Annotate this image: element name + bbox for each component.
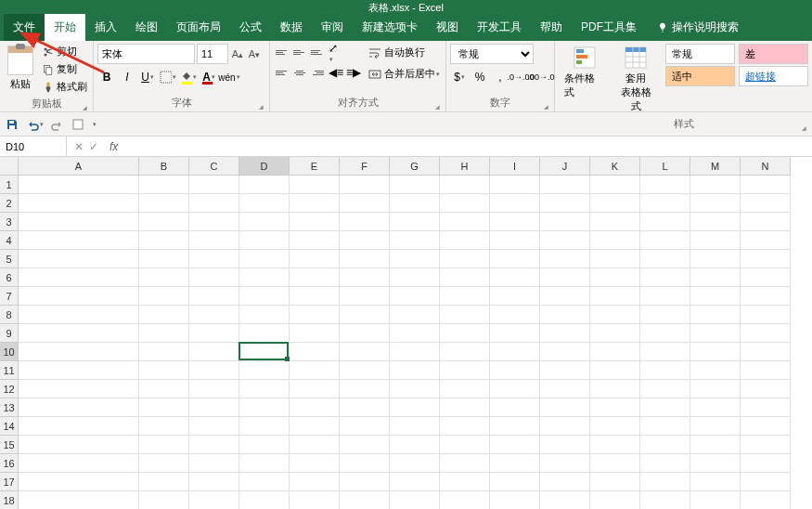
cell[interactable] (19, 231, 139, 250)
cell[interactable] (490, 343, 540, 361)
cell[interactable] (139, 250, 189, 268)
cell[interactable] (340, 231, 390, 250)
cell[interactable] (189, 491, 239, 509)
cell[interactable] (690, 417, 741, 436)
row-header[interactable]: 16 (0, 454, 19, 473)
align-bottom-button[interactable] (309, 44, 326, 60)
cell[interactable] (440, 324, 490, 343)
cell[interactable] (741, 250, 791, 268)
cell[interactable] (139, 306, 189, 324)
cell[interactable] (340, 361, 390, 380)
row-header[interactable]: 2 (0, 194, 19, 213)
cell[interactable] (239, 287, 290, 306)
cell[interactable] (741, 417, 791, 436)
cell[interactable] (690, 398, 741, 417)
cell[interactable] (640, 250, 690, 268)
cell[interactable] (690, 491, 741, 509)
align-left-button[interactable] (274, 64, 290, 81)
cell[interactable] (390, 213, 440, 231)
cell[interactable] (239, 324, 290, 343)
cell[interactable] (239, 473, 290, 491)
cell[interactable] (490, 473, 540, 491)
cell[interactable] (239, 361, 290, 380)
tab-home[interactable]: 开始 (45, 14, 85, 41)
cell[interactable] (640, 194, 690, 213)
cell[interactable] (19, 250, 139, 268)
cell[interactable] (390, 473, 440, 491)
cell[interactable] (690, 176, 741, 194)
accounting-format-button[interactable]: $▾ (450, 68, 469, 86)
cell[interactable] (540, 436, 590, 454)
underline-button[interactable]: U▾ (138, 68, 157, 86)
cell[interactable] (390, 436, 440, 454)
cell[interactable] (440, 398, 490, 417)
cell[interactable] (19, 268, 139, 287)
cell[interactable] (239, 436, 290, 454)
cell[interactable] (540, 380, 590, 398)
cell[interactable] (189, 213, 239, 231)
cell[interactable] (239, 250, 290, 268)
cell[interactable] (340, 436, 390, 454)
cell[interactable] (440, 250, 490, 268)
cell[interactable] (139, 287, 189, 306)
column-header[interactable]: L (640, 157, 690, 176)
cell[interactable] (189, 306, 239, 324)
cell[interactable] (741, 361, 791, 380)
cell[interactable] (19, 436, 139, 454)
cell[interactable] (490, 361, 540, 380)
row-header[interactable]: 1 (0, 176, 19, 194)
fx-icon[interactable]: fx (106, 140, 122, 153)
cell[interactable] (239, 213, 290, 231)
cell[interactable] (440, 194, 490, 213)
cell[interactable] (390, 287, 440, 306)
cell[interactable] (741, 380, 791, 398)
cell[interactable] (490, 306, 540, 324)
row-header[interactable]: 8 (0, 306, 19, 324)
select-all-corner[interactable] (0, 157, 19, 176)
cell[interactable] (590, 324, 640, 343)
cell[interactable] (340, 454, 390, 473)
row-header[interactable]: 13 (0, 398, 19, 417)
cell[interactable] (690, 231, 741, 250)
borders-button[interactable]: ▾ (159, 68, 177, 86)
cell[interactable] (340, 343, 390, 361)
merge-center-button[interactable]: 合并后居中▾ (367, 65, 442, 83)
tab-formulas[interactable]: 公式 (230, 14, 271, 41)
format-as-table-button[interactable]: 套用 表格格式 (611, 44, 663, 115)
fill-color-button[interactable]: ▾ (179, 68, 198, 86)
grow-font-button[interactable]: A▴ (230, 45, 245, 63)
cell[interactable] (540, 417, 590, 436)
cell[interactable] (440, 361, 490, 380)
wrap-text-button[interactable]: 自动换行 (367, 44, 442, 61)
cells-area[interactable] (19, 176, 791, 509)
cell[interactable] (290, 231, 340, 250)
cell[interactable] (540, 287, 590, 306)
orientation-button[interactable]: ⤢▾ (327, 44, 349, 60)
cell[interactable] (640, 417, 690, 436)
cell[interactable] (189, 194, 239, 213)
cell[interactable] (239, 417, 290, 436)
cell[interactable] (19, 361, 139, 380)
cell[interactable] (690, 343, 741, 361)
cell[interactable] (340, 380, 390, 398)
cell[interactable] (490, 417, 540, 436)
cell[interactable] (590, 268, 640, 287)
row-header[interactable]: 9 (0, 324, 19, 343)
tell-me-search[interactable]: 操作说明搜索 (653, 14, 742, 41)
qat-customize-button[interactable]: ▾ (92, 121, 97, 128)
cell[interactable] (239, 398, 290, 417)
cell[interactable] (590, 454, 640, 473)
cell[interactable] (741, 473, 791, 491)
cell[interactable] (490, 268, 540, 287)
cell[interactable] (290, 268, 340, 287)
cell[interactable] (690, 361, 741, 380)
cell[interactable] (640, 324, 690, 343)
cell[interactable] (19, 473, 139, 491)
cell[interactable] (139, 398, 189, 417)
cell[interactable] (189, 250, 239, 268)
cell[interactable] (19, 454, 139, 473)
row-header[interactable]: 7 (0, 287, 19, 306)
cell[interactable] (490, 194, 540, 213)
cell[interactable] (640, 491, 690, 509)
cell[interactable] (590, 473, 640, 491)
